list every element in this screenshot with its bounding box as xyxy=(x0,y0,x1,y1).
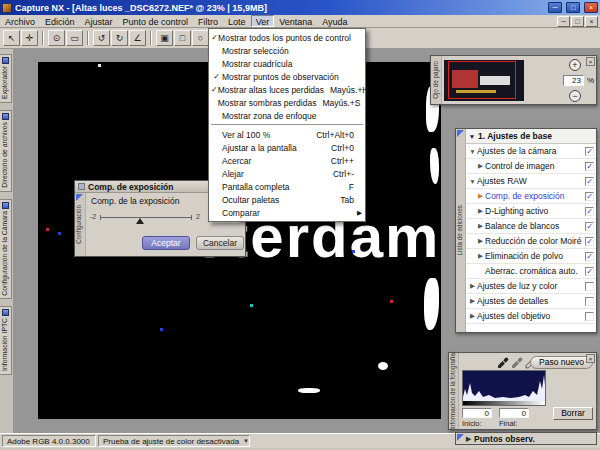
edit-list-row[interactable]: ▶ Eliminación de polvo ✓ xyxy=(466,249,596,264)
straighten-tool[interactable]: ∠ xyxy=(129,30,146,46)
apply-checkbox[interactable]: ✓ xyxy=(585,297,594,306)
rotate-right-tool[interactable]: ↻ xyxy=(111,30,128,46)
maximize-button[interactable]: □ xyxy=(566,2,580,13)
view-menu-item[interactable]: ✓ Comparar ▶ xyxy=(209,206,365,219)
menu-edicion[interactable]: Edición xyxy=(40,15,80,27)
document-restore-button[interactable]: □ xyxy=(571,16,584,27)
expand-triangle-icon[interactable]: ▶ xyxy=(476,192,485,200)
menu-lote[interactable]: Lote xyxy=(223,15,251,27)
document-minimize-button[interactable]: ─ xyxy=(557,16,570,27)
edit-list-row[interactable]: ▶ Control de imagen ✓ xyxy=(466,159,596,174)
view-menu-item[interactable]: ✓ Alejar Ctrl+- ▶ xyxy=(209,167,365,180)
menu-ayuda[interactable]: Ayuda xyxy=(317,15,352,27)
expand-triangle-icon[interactable]: ▶ xyxy=(476,207,485,215)
expand-triangle-icon[interactable]: ▶ xyxy=(476,162,485,170)
tab-configuracion-de-la-camara[interactable]: Configuración de la Cámara xyxy=(0,199,12,300)
hand-tool[interactable]: ✛ xyxy=(21,30,38,46)
end-value-field[interactable]: 0 xyxy=(499,408,529,418)
apply-checkbox[interactable]: ✓ xyxy=(585,312,594,321)
zoom-tool[interactable]: ⊙ xyxy=(48,30,65,46)
accept-button[interactable]: Aceptar xyxy=(142,236,190,250)
view-menu-item[interactable]: ✓ Mostrar todos los puntos de control ▶ xyxy=(209,31,365,44)
edit-list-row[interactable]: Aberrac. cromática auto. ✓ xyxy=(466,264,596,279)
edit-list-row[interactable]: ▶ Ajustes del objetivo ✓ xyxy=(466,309,596,324)
edit-list-row[interactable]: ▶ Ajustes de luz y color ✓ xyxy=(466,279,596,294)
menu-archivo[interactable]: Archivo xyxy=(0,15,40,27)
tab-directorio-de-archivos[interactable]: Directorio de archivos xyxy=(0,110,12,192)
apply-checkbox[interactable]: ✓ xyxy=(585,192,594,201)
menu-ventana[interactable]: Ventana xyxy=(274,15,317,27)
apply-checkbox[interactable]: ✓ xyxy=(585,237,594,246)
view-menu-item[interactable]: ✓ Ocultar paletas Tab ▶ xyxy=(209,193,365,206)
exposure-slider-track[interactable] xyxy=(100,217,192,218)
watch-points-bar[interactable]: ▶ Puntos observ. xyxy=(455,432,597,445)
edit-list-header[interactable]: ▼ 1. Ajustes de base xyxy=(466,129,596,144)
expand-triangle-icon[interactable]: ▶ xyxy=(476,252,485,260)
view-menu-item[interactable]: ✓ Pantalla completa F ▶ xyxy=(209,180,365,193)
edit-list-row[interactable]: ▶ Balance de blancos ✓ xyxy=(466,219,596,234)
collapse-triangle-icon[interactable] xyxy=(457,130,464,137)
edit-list-row[interactable]: ▶ D-Lighting activo ✓ xyxy=(466,204,596,219)
apply-checkbox[interactable]: ✓ xyxy=(585,177,594,186)
view-menu-item[interactable]: ✓ Mostrar zona de enfoque ▶ xyxy=(209,109,365,122)
view-menu-item[interactable]: ✓ Ajustar a la pantalla Ctrl+0 ▶ xyxy=(209,141,365,154)
eyedropper-icon[interactable] xyxy=(511,357,523,369)
apply-checkbox[interactable]: ✓ xyxy=(585,222,594,231)
apply-checkbox[interactable]: ✓ xyxy=(585,282,594,291)
toolbar-separator[interactable] xyxy=(42,31,44,45)
expand-arrow-icon[interactable]: ▶ xyxy=(466,435,471,443)
menu-ver[interactable]: Ver xyxy=(251,15,275,27)
document-close-button[interactable]: × xyxy=(585,16,598,27)
exposure-slider-handle[interactable] xyxy=(136,218,144,224)
collapse-triangle-icon[interactable] xyxy=(457,434,464,441)
tab-explorador[interactable]: Explorador xyxy=(0,54,12,103)
edit-list-row[interactable]: ▼ Ajustes RAW ✓ xyxy=(466,174,596,189)
select-oval-tool[interactable]: ○ xyxy=(192,30,209,46)
toolbar-separator[interactable] xyxy=(87,31,89,45)
zoom-in-button[interactable]: + xyxy=(569,59,581,71)
viewport-rectangle[interactable] xyxy=(448,61,516,99)
zoom-percent-field[interactable]: 23 xyxy=(563,75,584,86)
expand-triangle-icon[interactable]: ▶ xyxy=(476,237,485,245)
menu-ajustar[interactable]: Ajustar xyxy=(80,15,118,27)
palette-close-icon[interactable]: × xyxy=(586,354,595,363)
apply-checkbox[interactable]: ✓ xyxy=(585,147,594,156)
crop-tool[interactable]: ▣ xyxy=(156,30,173,46)
view-menu-item[interactable]: ✓ Mostrar altas luces perdidas Mayús.+H … xyxy=(209,83,365,96)
birdseye-thumbnail[interactable] xyxy=(444,60,524,101)
fit-image-tool[interactable]: ▭ xyxy=(66,30,83,46)
expand-triangle-icon[interactable]: ▶ xyxy=(468,297,477,305)
close-button[interactable]: × xyxy=(584,2,598,13)
toolbar-separator[interactable] xyxy=(150,31,152,45)
expand-triangle-icon[interactable]: ▼ xyxy=(468,148,477,155)
clear-button[interactable]: Borrar xyxy=(553,407,593,420)
cancel-button[interactable]: Cancelar xyxy=(196,236,244,250)
edit-list-row[interactable]: ▶ Comp. de exposición ✓ xyxy=(466,189,596,204)
view-menu-item[interactable]: ✓ Mostrar sombras perdidas Mayús.+S ▶ xyxy=(209,96,365,109)
apply-checkbox[interactable]: ✓ xyxy=(585,252,594,261)
apply-checkbox[interactable]: ✓ xyxy=(585,207,594,216)
new-step-button[interactable]: Paso nuevo xyxy=(530,356,593,369)
proof-status-dropdown[interactable]: Prueba de ajuste de color desactivada ▼ xyxy=(98,435,250,447)
expand-triangle-icon[interactable]: ▼ xyxy=(468,178,477,185)
view-menu-item[interactable]: ✓ Acercar Ctrl++ ▶ xyxy=(209,154,365,167)
view-menu-item[interactable]: ✓ Mostrar selección ▶ xyxy=(209,44,365,57)
expand-triangle-icon[interactable]: ▶ xyxy=(468,312,477,320)
menu-punto-de-control[interactable]: Punto de control xyxy=(118,15,194,27)
edit-list-row[interactable]: ▶ Ajustes de detalles ✓ xyxy=(466,294,596,309)
apply-checkbox[interactable]: ✓ xyxy=(585,162,594,171)
view-menu-item[interactable]: ✓ ▶ xyxy=(211,124,363,127)
view-menu-item[interactable]: ✓ Ver al 100 % Ctrl+Alt+0 ▶ xyxy=(209,128,365,141)
edit-list-row[interactable]: ▶ Reducción de color Moiré ✓ xyxy=(466,234,596,249)
zoom-out-button[interactable]: − xyxy=(569,90,581,102)
minimize-button[interactable]: ─ xyxy=(548,2,562,13)
view-menu-item[interactable]: ✓ Mostrar cuadrícula ▶ xyxy=(209,57,365,70)
view-menu-item[interactable]: ✓ Mostrar puntos de observación ▶ xyxy=(209,70,365,83)
expand-triangle-icon[interactable]: ▶ xyxy=(476,222,485,230)
palette-close-icon[interactable]: × xyxy=(586,57,595,66)
edit-list-row[interactable]: ▼ Ajustes de la cámara ✓ xyxy=(466,144,596,159)
menu-filtro[interactable]: Filtro xyxy=(193,15,223,27)
pointer-tool[interactable]: ↖ xyxy=(3,30,20,46)
expand-triangle-icon[interactable]: ▼ xyxy=(468,133,476,140)
collapse-triangle-icon[interactable] xyxy=(76,194,83,201)
